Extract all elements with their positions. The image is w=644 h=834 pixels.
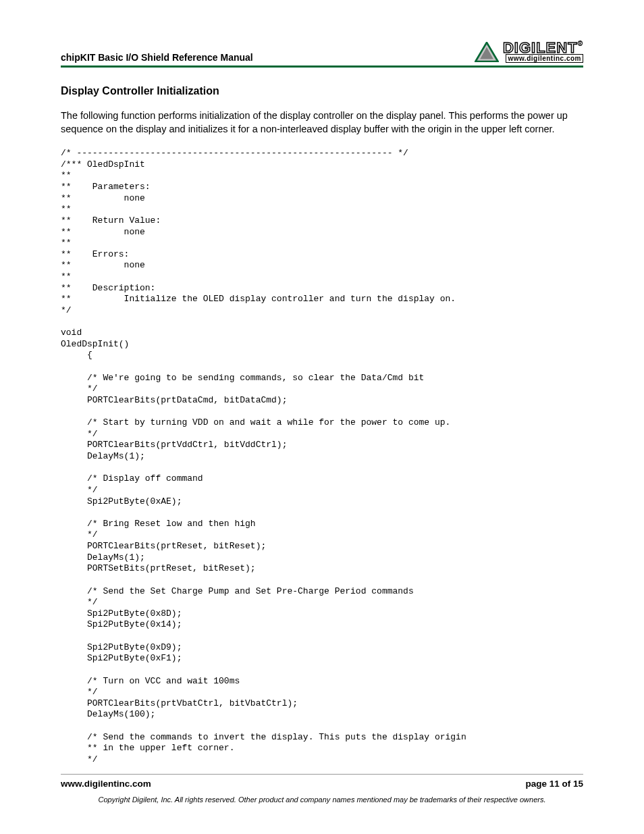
digilent-logo: DIGILENT® www.digilentinc.com xyxy=(475,41,583,63)
footer-url: www.digilentinc.com xyxy=(61,779,151,789)
page-header: chipKIT Basic I/O Shield Reference Manua… xyxy=(61,41,583,63)
footer-page: page 11 of 15 xyxy=(525,779,583,789)
logo-brand-text: DIGILENT® xyxy=(503,41,583,55)
section-body: The following function performs initiali… xyxy=(61,109,583,136)
header-divider xyxy=(61,66,583,68)
document-page: chipKIT Basic I/O Shield Reference Manua… xyxy=(0,0,644,831)
footer-row: www.digilentinc.com page 11 of 15 xyxy=(61,774,583,789)
header-title: chipKIT Basic I/O Shield Reference Manua… xyxy=(61,52,253,63)
section-title: Display Controller Initialization xyxy=(61,85,583,97)
logo-url-text: www.digilentinc.com xyxy=(506,54,583,63)
logo-triangle-icon xyxy=(475,42,499,62)
code-block: /* -------------------------------------… xyxy=(61,148,583,765)
footer-copyright: Copyright Digilent, Inc. All rights rese… xyxy=(61,796,583,804)
